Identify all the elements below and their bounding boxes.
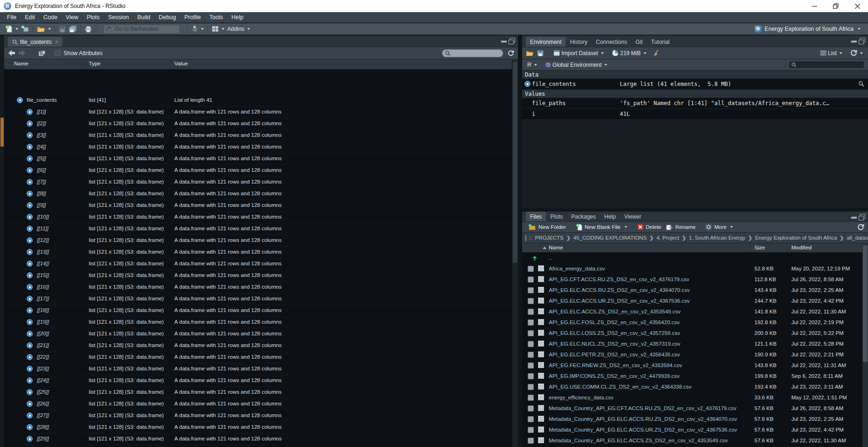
file-checkbox[interactable]	[528, 298, 534, 304]
new-file-button[interactable]	[4, 25, 20, 33]
expand-collapsed-icon[interactable]	[524, 81, 531, 87]
save-all-button[interactable]	[67, 25, 78, 33]
expand-collapsed-icon[interactable]	[27, 424, 33, 430]
more-button[interactable]: More	[703, 224, 735, 230]
expand-collapsed-icon[interactable]	[27, 261, 33, 267]
file-checkbox[interactable]	[528, 277, 534, 283]
files-scrollbar-thumb[interactable]	[863, 245, 868, 362]
viewer-row[interactable]: [[14]]list [121 x 128] (S3: data.frame)A…	[4, 258, 512, 270]
viewer-row[interactable]: [[1]]list [121 x 128] (S3: data.frame)A …	[4, 106, 512, 118]
column-header-modified[interactable]: Modified	[791, 245, 811, 250]
breadcrumb-item[interactable]: all_datasets	[846, 235, 868, 241]
file-name-link[interactable]: API_EG.ELC.ACCS.RU.ZS_DS2_en_csv_v2_4364…	[549, 287, 690, 293]
back-icon[interactable]	[8, 50, 15, 56]
expand-collapsed-icon[interactable]	[27, 121, 33, 127]
clear-workspace-broom-icon[interactable]	[653, 50, 660, 57]
file-name-link[interactable]: API_EG.ELC.LOSS.ZS_DS2_en_csv_v2_4357259…	[549, 330, 680, 336]
print-button[interactable]	[83, 25, 93, 33]
viewer-row[interactable]: [[23]]list [121 x 128] (S3: data.frame)A…	[4, 363, 512, 375]
expand-collapsed-icon[interactable]	[27, 389, 33, 395]
expand-collapsed-icon[interactable]	[27, 249, 33, 255]
file-checkbox[interactable]	[528, 319, 534, 326]
expand-collapsed-icon[interactable]	[27, 377, 33, 383]
import-dataset-button[interactable]: Import Dataset	[552, 50, 605, 57]
file-row[interactable]: API_EG.ELC.ACCS.ZS_DS2_en_csv_v2_4353549…	[522, 306, 868, 317]
menu-file[interactable]: File	[3, 13, 21, 21]
viewer-row[interactable]: [[30]]list [121 x 128] (S3: data.frame)A…	[4, 445, 512, 447]
viewer-row[interactable]: [[25]]list [121 x 128] (S3: data.frame)A…	[4, 387, 512, 398]
file-checkbox[interactable]	[528, 287, 534, 293]
viewer-row[interactable]: [[20]]list [121 x 128] (S3: data.frame)A…	[4, 328, 512, 340]
viewer-row[interactable]: [[4]]list [121 x 128] (S3: data.frame)A …	[4, 142, 512, 153]
open-in-new-window-icon[interactable]	[38, 50, 46, 57]
file-checkbox[interactable]	[528, 309, 534, 315]
file-checkbox[interactable]	[528, 352, 534, 358]
viewer-row[interactable]: [[16]]list [121 x 128] (S3: data.frame)A…	[4, 282, 512, 293]
file-row[interactable]: Metadata_Country_API_EG.ELC.ACCS.UR.ZS_D…	[522, 425, 868, 435]
environment-search-input[interactable]	[789, 61, 864, 69]
breadcrumb-checkbox[interactable]	[525, 235, 526, 241]
menu-profile[interactable]: Profile	[180, 13, 205, 21]
menu-session[interactable]: Session	[104, 13, 133, 21]
file-name-link[interactable]: API_EG.ELC.PETR.ZS_DS2_en_csv_v2_4356435…	[549, 352, 680, 357]
viewer-row[interactable]: [[6]]list [121 x 128] (S3: data.frame)A …	[4, 165, 512, 177]
viewer-row[interactable]: [[13]]list [121 x 128] (S3: data.frame)A…	[4, 247, 512, 258]
file-row[interactable]: energy_efficiency_data.csv33.6 KBMay 12,…	[522, 392, 868, 403]
file-name-link[interactable]: API_EG.ELC.ACCS.ZS_DS2_en_csv_v2_4353549…	[549, 309, 681, 314]
viewer-row[interactable]: [[11]]list [121 x 128] (S3: data.frame)A…	[4, 223, 512, 235]
addins-button[interactable]: Addins	[226, 25, 251, 33]
file-row[interactable]: API_EG.USE.COMM.CL.ZS_DS2_en_csv_v2_4364…	[522, 382, 868, 392]
file-row[interactable]: API_EG.ELC.NUCL.ZS_DS2_en_csv_v2_4357319…	[522, 339, 868, 349]
expand-collapsed-icon[interactable]	[27, 109, 33, 115]
minimize-button[interactable]	[803, 0, 825, 12]
refresh-icon[interactable]	[508, 50, 514, 57]
column-header-size[interactable]: Size	[754, 245, 765, 250]
file-checkbox[interactable]	[528, 384, 534, 390]
tab-connections[interactable]: Connections	[592, 37, 631, 47]
tab-history[interactable]: History	[566, 37, 591, 47]
rename-button[interactable]: Rename	[664, 224, 698, 230]
viewer-search-input[interactable]	[442, 50, 503, 57]
minimize-pane-icon[interactable]	[851, 214, 857, 219]
file-checkbox[interactable]	[528, 362, 534, 369]
expand-collapsed-icon[interactable]	[27, 167, 33, 173]
breadcrumb-item[interactable]: Energy Exploration of South Africa	[755, 235, 837, 241]
tab-viewer[interactable]: Viewer	[620, 212, 645, 221]
expand-collapsed-icon[interactable]	[27, 214, 33, 220]
viewer-row-root[interactable]: file_contentslist [41]List of length 41	[4, 95, 512, 106]
sort-ascending-icon[interactable]	[543, 247, 546, 249]
tab-close-icon[interactable]: ×	[55, 39, 58, 45]
menu-debug[interactable]: Debug	[155, 13, 180, 21]
expand-collapsed-icon[interactable]	[27, 296, 33, 302]
tab-packages[interactable]: Packages	[567, 212, 600, 221]
tab-plots[interactable]: Plots	[546, 212, 567, 221]
file-name-link[interactable]: API_EG.IMP.CONS.ZS_DS2_en_csv_v2_4479939…	[549, 373, 680, 379]
file-row[interactable]: API_EG.IMP.CONS.ZS_DS2_en_csv_v2_4479939…	[522, 371, 868, 382]
expand-collapsed-icon[interactable]	[27, 226, 33, 232]
viewer-row[interactable]: [[3]]list [121 x 128] (S3: data.frame)A …	[4, 130, 512, 142]
maximize-pane-icon[interactable]	[860, 38, 865, 43]
parent-directory-row[interactable]: ..	[522, 253, 868, 263]
breadcrumb-item[interactable]: 4. Project	[656, 235, 679, 241]
breadcrumb-item[interactable]: 45_CODING EXPLORATIONS	[574, 235, 647, 241]
forward-icon[interactable]	[18, 50, 26, 56]
expand-collapsed-icon[interactable]	[27, 144, 33, 150]
tab-tutorial[interactable]: Tutorial	[647, 37, 674, 47]
viewer-row[interactable]: [[26]]list [121 x 128] (S3: data.frame)A…	[4, 398, 512, 410]
column-header-name[interactable]: Name	[14, 61, 29, 66]
viewer-row[interactable]: [[12]]list [121 x 128] (S3: data.frame)A…	[4, 235, 512, 247]
file-row[interactable]: API_EG.ELC.PETR.ZS_DS2_en_csv_v2_4356435…	[522, 349, 868, 360]
expand-collapsed-icon[interactable]	[27, 366, 33, 372]
viewer-row[interactable]: [[10]]list [121 x 128] (S3: data.frame)A…	[4, 212, 512, 223]
goto-file-input[interactable]: Go to file/function	[103, 25, 180, 34]
viewer-row[interactable]: [[5]]list [121 x 128] (S3: data.frame)A …	[4, 153, 512, 165]
viewer-row[interactable]: [[18]]list [121 x 128] (S3: data.frame)A…	[4, 305, 512, 317]
restore-button[interactable]	[825, 0, 846, 12]
file-row[interactable]: API_EG.ELC.ACCS.RU.ZS_DS2_en_csv_v2_4364…	[522, 285, 868, 296]
viewer-scrollbar[interactable]	[512, 60, 518, 447]
expand-collapsed-icon[interactable]	[27, 237, 33, 243]
file-row[interactable]: Metadata_Country_API_EG.ELC.ACCS.RU.ZS_D…	[522, 414, 868, 425]
tab-file-contents[interactable]: file_contents ×	[8, 37, 62, 47]
column-header-value[interactable]: Value	[174, 61, 188, 66]
file-name-link[interactable]: energy_efficiency_data.csv	[549, 395, 614, 400]
